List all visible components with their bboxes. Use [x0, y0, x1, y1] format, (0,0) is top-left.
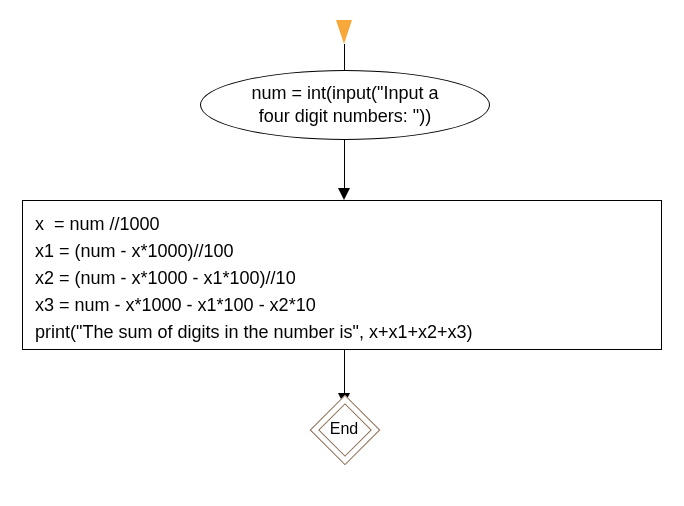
start-arrow — [336, 20, 352, 44]
process-line1: x = num //1000 — [35, 214, 160, 234]
process-line2: x1 = (num - x*1000)//100 — [35, 241, 234, 261]
down-arrow-icon — [336, 20, 352, 44]
process-line5: print("The sum of digits in the number i… — [35, 322, 472, 342]
connector-line — [344, 44, 345, 70]
process-node: x = num //1000 x1 = (num - x*1000)//100 … — [22, 200, 662, 350]
down-arrowhead-icon — [338, 188, 350, 200]
input-node-text: num = int(input("Input a four digit numb… — [252, 82, 439, 129]
end-label: End — [320, 405, 368, 453]
input-line1: num = int(input("Input a — [252, 83, 439, 103]
input-node: num = int(input("Input a four digit numb… — [200, 70, 490, 140]
connector-line — [344, 350, 345, 393]
connector-line — [344, 140, 345, 188]
end-node: End — [320, 405, 368, 453]
process-line3: x2 = (num - x*1000 - x1*100)//10 — [35, 268, 296, 288]
process-line4: x3 = num - x*1000 - x1*100 - x2*10 — [35, 295, 316, 315]
flowchart-canvas: num = int(input("Input a four digit numb… — [0, 0, 684, 506]
input-line2: four digit numbers: ")) — [259, 106, 431, 126]
